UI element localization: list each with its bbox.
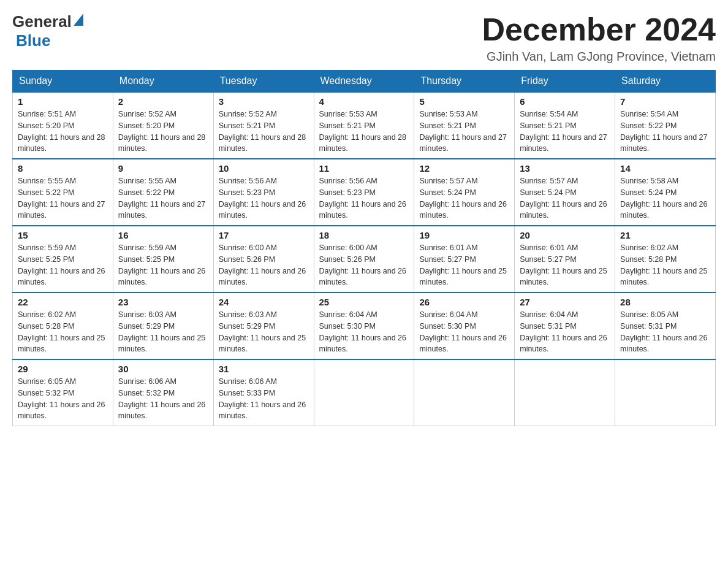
calendar-day-header: Sunday (13, 71, 113, 93)
calendar-cell: 15 Sunrise: 5:59 AMSunset: 5:25 PMDaylig… (13, 226, 113, 293)
day-number: 30 (118, 364, 208, 374)
title-block: December 2024 GJinh Van, Lam GJong Provi… (482, 12, 716, 64)
day-number: 26 (419, 297, 509, 307)
calendar-cell (414, 359, 515, 426)
day-info: Sunrise: 5:56 AMSunset: 5:23 PMDaylight:… (219, 175, 309, 221)
day-number: 22 (18, 297, 108, 307)
calendar-cell: 5 Sunrise: 5:53 AMSunset: 5:21 PMDayligh… (414, 92, 515, 159)
calendar-cell (515, 359, 615, 426)
day-number: 8 (18, 163, 108, 174)
logo-general-text: General (12, 12, 72, 31)
day-number: 1 (18, 96, 108, 107)
subtitle: GJinh Van, Lam GJong Province, Vietnam (482, 50, 716, 64)
calendar-cell: 31 Sunrise: 6:06 AMSunset: 5:33 PMDaylig… (213, 359, 314, 426)
calendar-cell: 20 Sunrise: 6:01 AMSunset: 5:27 PMDaylig… (515, 226, 615, 293)
day-info: Sunrise: 5:58 AMSunset: 5:24 PMDaylight:… (620, 175, 710, 221)
day-number: 3 (219, 96, 309, 107)
day-info: Sunrise: 5:57 AMSunset: 5:24 PMDaylight:… (419, 175, 509, 221)
calendar-day-header: Wednesday (314, 71, 414, 93)
day-number: 17 (219, 230, 309, 240)
day-info: Sunrise: 6:00 AMSunset: 5:26 PMDaylight:… (219, 242, 309, 288)
day-info: Sunrise: 5:59 AMSunset: 5:25 PMDaylight:… (118, 242, 208, 288)
calendar-cell: 8 Sunrise: 5:55 AMSunset: 5:22 PMDayligh… (13, 159, 113, 226)
day-number: 7 (620, 96, 710, 107)
calendar-cell: 24 Sunrise: 6:03 AMSunset: 5:29 PMDaylig… (213, 293, 314, 359)
calendar-cell: 10 Sunrise: 5:56 AMSunset: 5:23 PMDaylig… (213, 159, 314, 226)
day-number: 4 (319, 96, 409, 107)
calendar-cell: 25 Sunrise: 6:04 AMSunset: 5:30 PMDaylig… (314, 293, 414, 359)
calendar-day-header: Saturday (615, 71, 716, 93)
day-info: Sunrise: 6:00 AMSunset: 5:26 PMDaylight:… (319, 242, 409, 288)
day-info: Sunrise: 6:02 AMSunset: 5:28 PMDaylight:… (620, 242, 710, 288)
day-number: 10 (219, 163, 309, 174)
page-header: General Blue December 2024 GJinh Van, La… (12, 12, 716, 64)
calendar-cell: 30 Sunrise: 6:06 AMSunset: 5:32 PMDaylig… (113, 359, 213, 426)
day-number: 6 (520, 96, 610, 107)
calendar-cell: 23 Sunrise: 6:03 AMSunset: 5:29 PMDaylig… (113, 293, 213, 359)
day-info: Sunrise: 5:52 AMSunset: 5:20 PMDaylight:… (118, 109, 208, 155)
calendar-cell (615, 359, 716, 426)
day-number: 16 (118, 230, 208, 240)
calendar-cell: 9 Sunrise: 5:55 AMSunset: 5:22 PMDayligh… (113, 159, 213, 226)
logo-blue-text: Blue (16, 31, 50, 50)
day-info: Sunrise: 5:53 AMSunset: 5:21 PMDaylight:… (319, 109, 409, 155)
calendar-day-header: Tuesday (213, 71, 314, 93)
calendar-cell: 2 Sunrise: 5:52 AMSunset: 5:20 PMDayligh… (113, 92, 213, 159)
day-number: 31 (219, 364, 309, 374)
day-info: Sunrise: 5:59 AMSunset: 5:25 PMDaylight:… (18, 242, 108, 288)
day-info: Sunrise: 5:54 AMSunset: 5:22 PMDaylight:… (620, 109, 710, 155)
calendar-table: SundayMondayTuesdayWednesdayThursdayFrid… (12, 70, 716, 426)
day-number: 29 (18, 364, 108, 374)
calendar-cell: 4 Sunrise: 5:53 AMSunset: 5:21 PMDayligh… (314, 92, 414, 159)
day-info: Sunrise: 5:56 AMSunset: 5:23 PMDaylight:… (319, 175, 409, 221)
calendar-cell: 28 Sunrise: 6:05 AMSunset: 5:31 PMDaylig… (615, 293, 716, 359)
calendar-cell: 7 Sunrise: 5:54 AMSunset: 5:22 PMDayligh… (615, 92, 716, 159)
day-number: 21 (620, 230, 710, 240)
day-info: Sunrise: 6:01 AMSunset: 5:27 PMDaylight:… (419, 242, 509, 288)
day-info: Sunrise: 5:55 AMSunset: 5:22 PMDaylight:… (18, 175, 108, 221)
day-info: Sunrise: 5:52 AMSunset: 5:21 PMDaylight:… (219, 109, 309, 155)
week-row: 22 Sunrise: 6:02 AMSunset: 5:28 PMDaylig… (13, 293, 716, 359)
day-number: 27 (520, 297, 610, 307)
day-info: Sunrise: 6:03 AMSunset: 5:29 PMDaylight:… (118, 309, 208, 355)
calendar-cell: 1 Sunrise: 5:51 AMSunset: 5:20 PMDayligh… (13, 92, 113, 159)
calendar-cell: 27 Sunrise: 6:04 AMSunset: 5:31 PMDaylig… (515, 293, 615, 359)
day-info: Sunrise: 5:53 AMSunset: 5:21 PMDaylight:… (419, 109, 509, 155)
day-info: Sunrise: 5:55 AMSunset: 5:22 PMDaylight:… (118, 175, 208, 221)
day-info: Sunrise: 6:04 AMSunset: 5:30 PMDaylight:… (319, 309, 409, 355)
day-info: Sunrise: 6:05 AMSunset: 5:31 PMDaylight:… (620, 309, 710, 355)
day-info: Sunrise: 6:04 AMSunset: 5:30 PMDaylight:… (419, 309, 509, 355)
day-info: Sunrise: 6:02 AMSunset: 5:28 PMDaylight:… (18, 309, 108, 355)
logo-arrow-icon (74, 13, 83, 26)
day-info: Sunrise: 6:03 AMSunset: 5:29 PMDaylight:… (219, 309, 309, 355)
day-number: 9 (118, 163, 208, 174)
calendar-cell: 6 Sunrise: 5:54 AMSunset: 5:21 PMDayligh… (515, 92, 615, 159)
calendar-cell: 12 Sunrise: 5:57 AMSunset: 5:24 PMDaylig… (414, 159, 515, 226)
day-info: Sunrise: 6:06 AMSunset: 5:33 PMDaylight:… (219, 376, 309, 422)
day-info: Sunrise: 6:05 AMSunset: 5:32 PMDaylight:… (18, 376, 108, 422)
calendar-cell: 29 Sunrise: 6:05 AMSunset: 5:32 PMDaylig… (13, 359, 113, 426)
calendar-cell: 19 Sunrise: 6:01 AMSunset: 5:27 PMDaylig… (414, 226, 515, 293)
calendar-day-header: Friday (515, 71, 615, 93)
week-row: 1 Sunrise: 5:51 AMSunset: 5:20 PMDayligh… (13, 92, 716, 159)
calendar-cell: 18 Sunrise: 6:00 AMSunset: 5:26 PMDaylig… (314, 226, 414, 293)
day-number: 28 (620, 297, 710, 307)
logo: General Blue (12, 12, 83, 50)
day-number: 25 (319, 297, 409, 307)
calendar-cell: 13 Sunrise: 5:57 AMSunset: 5:24 PMDaylig… (515, 159, 615, 226)
day-info: Sunrise: 6:04 AMSunset: 5:31 PMDaylight:… (520, 309, 610, 355)
day-number: 2 (118, 96, 208, 107)
week-row: 29 Sunrise: 6:05 AMSunset: 5:32 PMDaylig… (13, 359, 716, 426)
calendar-cell: 22 Sunrise: 6:02 AMSunset: 5:28 PMDaylig… (13, 293, 113, 359)
calendar-cell: 14 Sunrise: 5:58 AMSunset: 5:24 PMDaylig… (615, 159, 716, 226)
calendar-header-row: SundayMondayTuesdayWednesdayThursdayFrid… (13, 71, 716, 93)
week-row: 8 Sunrise: 5:55 AMSunset: 5:22 PMDayligh… (13, 159, 716, 226)
day-number: 14 (620, 163, 710, 174)
calendar-cell: 16 Sunrise: 5:59 AMSunset: 5:25 PMDaylig… (113, 226, 213, 293)
calendar-cell: 3 Sunrise: 5:52 AMSunset: 5:21 PMDayligh… (213, 92, 314, 159)
calendar-cell: 17 Sunrise: 6:00 AMSunset: 5:26 PMDaylig… (213, 226, 314, 293)
calendar-day-header: Thursday (414, 71, 515, 93)
calendar-cell: 21 Sunrise: 6:02 AMSunset: 5:28 PMDaylig… (615, 226, 716, 293)
day-number: 18 (319, 230, 409, 240)
calendar-cell (314, 359, 414, 426)
